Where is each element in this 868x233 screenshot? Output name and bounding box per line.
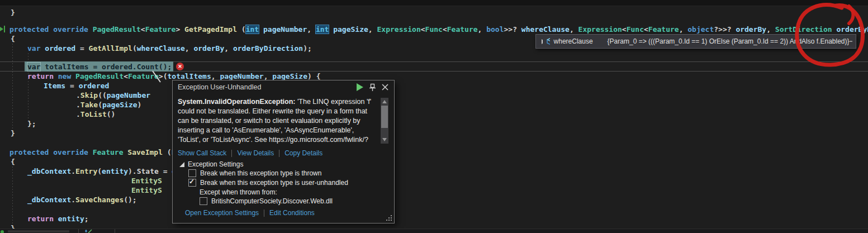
popup-link-row: Show Call Stack View Details Copy Detail… <box>178 149 322 157</box>
divider <box>231 150 232 157</box>
code-line: .Skip((pageNumber <box>76 91 150 100</box>
dll-exclusion-checkbox[interactable] <box>200 197 207 205</box>
breadcrumb-divider <box>115 229 115 233</box>
popup-title: Exception User-Unhandled <box>178 83 261 91</box>
break-when-thrown-label: Break when this exception type is thrown <box>200 169 321 177</box>
dll-exclusion-label: BritishComputerSociety.Discover.Web.dll <box>211 197 333 205</box>
exception-message: System.InvalidOperationException: 'The L… <box>178 97 378 145</box>
code-line: { <box>11 34 15 44</box>
code-line: var totalItems = ordered.Count(); <box>27 62 172 72</box>
exception-type: System.InvalidOperationException: <box>178 98 295 106</box>
except-when-label: Except when thrown from: <box>200 188 277 196</box>
code-line: .ToList() <box>76 110 115 119</box>
scrollbar-thumb[interactable] <box>381 106 388 128</box>
scroll-down-icon[interactable] <box>382 138 387 141</box>
code-line: } <box>11 129 15 138</box>
object-cube-icon <box>547 37 550 45</box>
pin-icon[interactable] <box>850 38 853 45</box>
code-line: EntityS <box>131 176 162 186</box>
divider <box>264 210 264 217</box>
exception-settings-label: Exception Settings <box>188 160 243 168</box>
popup-bottom-link-row: Open Exception Settings Edit Conditions <box>185 209 315 217</box>
variable-name: whereClause <box>554 37 593 45</box>
code-line: EntityS <box>131 186 162 195</box>
close-button[interactable] <box>382 84 388 91</box>
code-line: { <box>11 157 15 167</box>
code-line: var ordered = GetAllImpl(whereClause, or… <box>27 44 312 53</box>
collapse-triangle-icon <box>179 162 184 167</box>
expander-icon[interactable] <box>542 39 543 44</box>
break-when-unhandled-row: Break when this exception type is user-u… <box>188 179 348 187</box>
sparkle-pencil-icon <box>85 229 93 233</box>
view-details-link[interactable]: View Details <box>237 149 274 157</box>
break-when-thrown-row: Break when this exception type is thrown <box>188 169 321 177</box>
breadcrumb-text-faint <box>8 230 69 232</box>
resize-grip[interactable] <box>386 215 392 221</box>
exception-popup-titlebar: Exception User-Unhandled <box>173 80 394 94</box>
exception-settings-header[interactable]: Exception Settings <box>179 160 243 168</box>
break-when-unhandled-checkbox[interactable] <box>188 179 196 187</box>
status-green-dot-icon <box>1 230 4 233</box>
exception-popup: Exception User-Unhandled System.InvalidO… <box>172 80 395 224</box>
status-bar <box>0 229 868 233</box>
code-line: .Take(pageSize) <box>76 100 141 110</box>
open-exception-settings-link[interactable]: Open Exception Settings <box>185 209 259 217</box>
except-when-row: Except when thrown from: <box>200 188 277 196</box>
copy-details-link[interactable]: Copy Details <box>284 149 322 157</box>
code-line: _dbContext.SaveChanges(); <box>27 195 137 205</box>
vs-editor-window: }protected override PagedResult<Feature>… <box>0 0 868 233</box>
dll-exclusion-row: BritishComputerSociety.Discover.Web.dll <box>200 197 333 205</box>
breadcrumb-divider <box>78 229 79 233</box>
edit-conditions-link[interactable]: Edit Conditions <box>269 209 315 217</box>
divider <box>279 150 279 157</box>
code-line: return entity; <box>27 214 89 224</box>
pin-button[interactable] <box>369 83 376 92</box>
watch-datatip: whereClause {Param_0 => (((Param_0.Id ==… <box>535 34 856 49</box>
continue-play-button[interactable] <box>357 83 363 91</box>
message-scrollbar[interactable] <box>381 98 388 144</box>
break-when-thrown-checkbox[interactable] <box>188 169 196 177</box>
current-line-arrow-icon <box>0 26 7 32</box>
scroll-up-icon[interactable] <box>382 100 387 103</box>
code-line: Items = ordered <box>44 81 109 91</box>
variable-value: {Param_0 => (((Param_0.Id == 1) OrElse (… <box>608 37 850 45</box>
show-call-stack-link[interactable]: Show Call Stack <box>178 149 226 157</box>
code-line: }; <box>27 119 36 129</box>
code-line: protected override PagedResult<Feature> … <box>10 25 868 34</box>
break-when-unhandled-label: Break when this exception type is user-u… <box>200 179 348 187</box>
code-line: } <box>11 8 15 17</box>
error-x-icon[interactable]: ✕ <box>176 63 184 70</box>
